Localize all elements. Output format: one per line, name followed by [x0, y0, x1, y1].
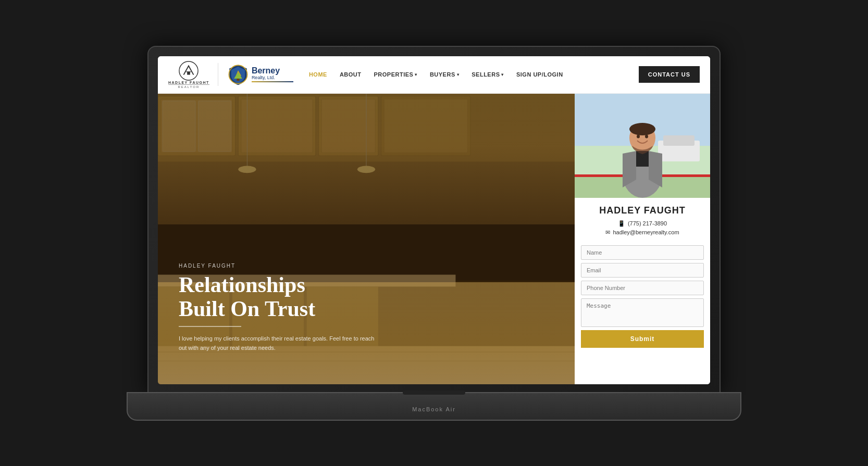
berney-text: Berney Realty, Ltd. — [252, 67, 293, 82]
site-main: HADLEY FAUGHT Relationships Built On Tru… — [158, 94, 710, 384]
email-address: hadley@berneyrealty.com — [613, 229, 679, 235]
nav-about[interactable]: ABOUT — [334, 68, 367, 81]
berney-sub: Realty, Ltd. — [252, 75, 293, 80]
name-input[interactable] — [581, 245, 704, 260]
svg-rect-10 — [319, 96, 378, 155]
agent-name: HADLEY FAUGHT — [583, 205, 702, 216]
svg-rect-6 — [158, 96, 235, 155]
laptop-frame: HADLEY FAUGHT REALTOR — [147, 46, 721, 421]
hadley-name: HADLEY FAUGHT — [168, 81, 209, 84]
laptop-base: MacBook Air — [127, 392, 741, 421]
svg-rect-9 — [241, 99, 313, 153]
phone-input[interactable] — [581, 281, 704, 295]
nav-signup-login[interactable]: SIGN UP/LOGIN — [511, 68, 568, 81]
logo-divider — [218, 63, 218, 86]
submit-button[interactable]: Submit — [581, 330, 704, 348]
logo-area: HADLEY FAUGHT REALTOR — [168, 61, 293, 89]
hadley-logo-icon — [179, 61, 199, 81]
hero-headline-line2: Built On Trust — [179, 297, 315, 321]
svg-rect-12 — [381, 96, 470, 155]
agent-card-panel: HADLEY FAUGHT 📱 (775) 217-3890 ✉ hadley@… — [575, 94, 710, 384]
nav-properties[interactable]: PROPERTIES ▾ — [368, 68, 422, 81]
contact-form: Submit — [575, 245, 710, 354]
laptop-screen-bezel: HADLEY FAUGHT REALTOR — [147, 46, 721, 395]
berney-name: Berney — [252, 67, 293, 75]
agent-phone: 📱 (775) 217-3890 — [583, 220, 702, 227]
laptop-hinge — [403, 391, 465, 395]
nav-sellers[interactable]: SELLERS ▾ — [466, 68, 509, 81]
message-input[interactable] — [581, 298, 704, 327]
berney-logo: Berney Realty, Ltd. — [227, 63, 293, 86]
nav-home[interactable]: HOME — [304, 68, 332, 81]
svg-rect-2 — [237, 79, 239, 81]
svg-point-27 — [357, 166, 375, 173]
sellers-arrow: ▾ — [501, 72, 504, 77]
agent-email: ✉ hadley@berneyrealty.com — [583, 229, 702, 236]
agent-photo-svg — [575, 94, 710, 198]
properties-arrow: ▾ — [415, 72, 417, 77]
contact-us-button[interactable]: CONTACT US — [639, 66, 700, 83]
svg-rect-1 — [188, 71, 191, 74]
svg-rect-11 — [321, 99, 375, 153]
svg-rect-15 — [199, 100, 231, 151]
hero-divider — [179, 326, 241, 327]
main-nav: HOME ABOUT PROPERTIES ▾ BUYERS ▾ SELLERS — [304, 68, 634, 81]
svg-point-0 — [179, 61, 198, 80]
svg-rect-14 — [163, 100, 195, 151]
hero-content: HADLEY FAUGHT Relationships Built On Tru… — [179, 263, 564, 353]
svg-rect-44 — [575, 94, 710, 198]
svg-rect-13 — [384, 99, 467, 153]
svg-rect-7 — [161, 99, 232, 153]
phone-icon: 📱 — [618, 220, 625, 227]
hadley-logo: HADLEY FAUGHT REALTOR — [168, 61, 209, 89]
laptop-screen: HADLEY FAUGHT REALTOR — [158, 56, 710, 384]
svg-point-25 — [238, 166, 256, 173]
macbook-label: MacBook Air — [412, 406, 456, 412]
email-icon: ✉ — [605, 229, 610, 236]
hadley-title: REALTOR — [168, 84, 209, 89]
phone-number: (775) 217-3890 — [628, 220, 667, 226]
hero-name-label: HADLEY FAUGHT — [179, 263, 564, 269]
berney-logo-icon — [227, 63, 250, 86]
hero-headline: Relationships Built On Trust — [179, 273, 564, 321]
svg-rect-8 — [238, 96, 316, 155]
agent-photo — [575, 94, 710, 198]
svg-rect-5 — [158, 94, 575, 161]
berney-underline — [252, 81, 293, 82]
site-header: HADLEY FAUGHT REALTOR — [158, 56, 710, 94]
hero-headline-line1: Relationships — [179, 273, 305, 297]
agent-info: HADLEY FAUGHT 📱 (775) 217-3890 ✉ hadley@… — [575, 198, 710, 245]
hero-section: HADLEY FAUGHT Relationships Built On Tru… — [158, 94, 575, 384]
nav-buyers[interactable]: BUYERS ▾ — [425, 68, 464, 81]
hero-description: I love helping my clients accomplish the… — [179, 334, 377, 352]
email-input[interactable] — [581, 263, 704, 278]
buyers-arrow: ▾ — [457, 72, 460, 77]
